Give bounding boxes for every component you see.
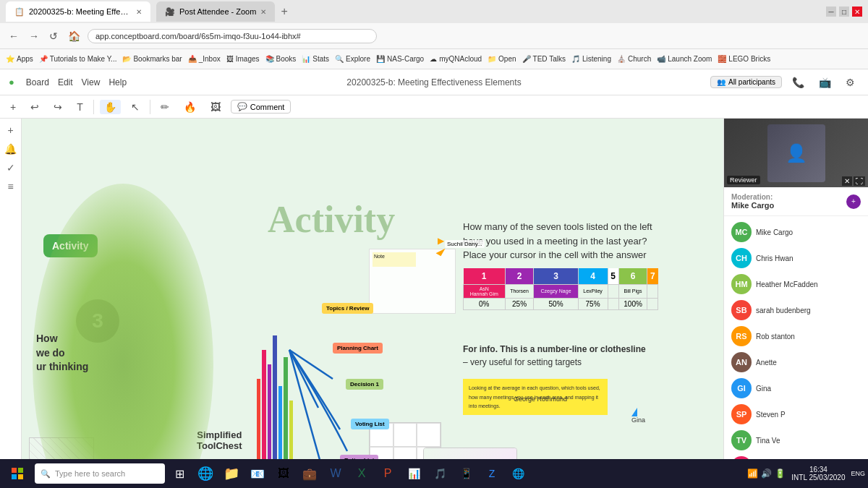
bookmark-tutorials[interactable]: 📌 Tutorials to Make Y... bbox=[39, 55, 117, 63]
right-panel: 👤 ✕ ⛶ Reviewer Moderation: Mike Cargo + … bbox=[723, 119, 868, 488]
participants-button[interactable]: 👥 All participants bbox=[710, 76, 782, 88]
new-tab-button[interactable]: + bbox=[281, 5, 287, 18]
bookmark-zoom[interactable]: 📹 Launch Zoom bbox=[657, 55, 712, 63]
svg-rect-2 bbox=[12, 474, 17, 479]
menu-help[interactable]: Help bbox=[109, 77, 127, 87]
taskbar-app1-icon[interactable]: 📊 bbox=[402, 462, 425, 485]
comment-icon: 💬 bbox=[237, 102, 247, 111]
menu-view[interactable]: View bbox=[82, 77, 101, 87]
taskbar-excel-icon[interactable]: X bbox=[350, 462, 373, 485]
separator-2 bbox=[150, 100, 150, 114]
screen-icon-btn[interactable]: 📺 bbox=[814, 75, 835, 90]
tab-close-inactive[interactable]: ✕ bbox=[260, 8, 266, 16]
moderation-label: Moderation: bbox=[731, 193, 774, 201]
node-2: Planning Chart bbox=[333, 343, 383, 354]
percent-row: 0% 25% 50% 75% 100% bbox=[464, 298, 658, 309]
address-bar[interactable] bbox=[88, 29, 377, 43]
cell-1[interactable]: 1 bbox=[464, 268, 506, 285]
canvas-area[interactable]: Activity Activity 3 How we do How we do … bbox=[22, 119, 723, 488]
forward-button[interactable]: → bbox=[26, 29, 42, 43]
bookmark-open[interactable]: 📁 Open bbox=[488, 55, 516, 63]
phone-icon-btn[interactable]: 📞 bbox=[788, 75, 809, 90]
bookmark-nas[interactable]: 💾 NAS-Cargo bbox=[376, 55, 424, 63]
bookmark-bookmarks[interactable]: 📂 Bookmarks bar bbox=[122, 55, 182, 63]
bookmark-books[interactable]: 📚 Books bbox=[265, 55, 297, 63]
task-view-icon[interactable]: ⊞ bbox=[168, 462, 191, 485]
cell-4[interactable]: 4 bbox=[578, 268, 608, 285]
marker-tool[interactable]: 🔥 bbox=[179, 100, 200, 114]
panel-menu-icon[interactable]: ≡ bbox=[7, 181, 13, 192]
how-text: How we do How we do ur thinking ur think… bbox=[36, 332, 88, 374]
bookmark-qna[interactable]: ☁ myQNAcloud bbox=[430, 55, 482, 63]
tab-active[interactable]: 📋 20200325-b: Meeting Effectivew... ✕ bbox=[6, 1, 150, 22]
taskbar-search[interactable]: 🔍 Type here to search bbox=[35, 463, 165, 484]
cell-3[interactable]: 3 bbox=[534, 268, 578, 285]
panel-bell-icon[interactable]: 🔔 bbox=[4, 143, 17, 155]
taskbar-teams-icon[interactable]: 💼 bbox=[298, 462, 321, 485]
redo-button[interactable]: ↪ bbox=[49, 100, 67, 114]
app-logo: ● bbox=[9, 77, 14, 87]
tab-favicon: 📋 bbox=[14, 7, 25, 17]
reviewer-badge: Reviewer bbox=[727, 176, 760, 184]
menu-edit[interactable]: Edit bbox=[58, 77, 73, 87]
svg-rect-1 bbox=[18, 468, 23, 473]
bookmark-listening[interactable]: 🎵 Listening bbox=[571, 55, 611, 63]
hand-tool[interactable]: ✋ bbox=[100, 100, 121, 114]
panel-check-icon[interactable]: ✓ bbox=[7, 162, 15, 174]
select-tool[interactable]: ↖ bbox=[127, 100, 144, 114]
bookmark-images[interactable]: 🖼 Images bbox=[226, 55, 260, 63]
taskbar-app2-icon[interactable]: 🎵 bbox=[428, 462, 451, 485]
taskbar-chrome-icon[interactable]: 🌐 bbox=[506, 462, 529, 485]
cell-2[interactable]: 2 bbox=[505, 268, 534, 285]
svg-rect-3 bbox=[18, 474, 23, 479]
tab-inactive[interactable]: 🎥 Post Attendee - Zoom ✕ bbox=[156, 1, 275, 22]
pct-25: 25% bbox=[505, 298, 534, 309]
video-close-btn[interactable]: ✕ bbox=[842, 176, 852, 186]
tab-label-active: 20200325-b: Meeting Effectivew... bbox=[29, 7, 132, 16]
cell-7[interactable]: 7 bbox=[647, 268, 658, 285]
taskbar-zoom-icon[interactable]: Z bbox=[480, 462, 503, 485]
taskbar-mail-icon[interactable]: 📧 bbox=[246, 462, 269, 485]
image-tool[interactable]: 🖼 bbox=[206, 100, 225, 114]
moderation-action-btn[interactable]: + bbox=[846, 194, 861, 209]
comment-button[interactable]: 💬 Comment bbox=[231, 100, 292, 114]
close-button[interactable]: ✕ bbox=[852, 7, 862, 17]
back-button[interactable]: ← bbox=[6, 29, 22, 43]
taskbar-app3-icon[interactable]: 📱 bbox=[454, 462, 477, 485]
name-cell-1a: AsNHannah Gim bbox=[464, 284, 506, 298]
participant-list: MC Mike Cargo CH Chris Hwan HM Heather M… bbox=[724, 216, 868, 488]
tab-close-active[interactable]: ✕ bbox=[136, 8, 142, 16]
bookmark-ted[interactable]: 🎤 TED Talks bbox=[522, 55, 566, 63]
video-expand-btn[interactable]: ⛶ bbox=[854, 176, 865, 186]
cell-6[interactable]: 6 bbox=[618, 268, 647, 285]
cell-5[interactable]: 5 bbox=[608, 268, 618, 285]
format-button[interactable]: T bbox=[72, 100, 88, 114]
undo-button[interactable]: ↩ bbox=[26, 100, 43, 114]
bookmark-lego[interactable]: 🧱 LEGO Bricks bbox=[718, 55, 770, 63]
taskbar-edge-icon[interactable]: 🌐 bbox=[194, 462, 217, 485]
pen-tool[interactable]: ✏ bbox=[156, 100, 174, 114]
pct-0: 0% bbox=[464, 298, 506, 309]
name-cell-3a: Czegzy Nage bbox=[534, 284, 578, 298]
taskbar-photos-icon[interactable]: 🖼 bbox=[272, 462, 295, 485]
minimize-button[interactable]: ─ bbox=[826, 7, 836, 17]
add-button[interactable]: + bbox=[6, 100, 20, 114]
video-overlay: 👤 ✕ ⛶ Reviewer bbox=[724, 119, 868, 187]
refresh-button[interactable]: ↺ bbox=[46, 29, 61, 43]
panel-add-icon[interactable]: + bbox=[7, 124, 13, 136]
bookmark-stats[interactable]: 📊 Stats bbox=[302, 55, 329, 63]
bookmark-inbox[interactable]: 📥 _Inbox bbox=[188, 55, 221, 63]
settings-icon-btn[interactable]: ⚙ bbox=[841, 75, 859, 90]
start-button[interactable] bbox=[3, 459, 32, 488]
bookmark-church[interactable]: ⛪ Church bbox=[617, 55, 651, 63]
menu-board[interactable]: Board bbox=[26, 77, 49, 87]
participant-item: SB sarah budenberg bbox=[727, 297, 865, 323]
bookmark-apps[interactable]: ⭐ Apps bbox=[6, 55, 33, 63]
maximize-button[interactable]: □ bbox=[839, 7, 849, 17]
home-button[interactable]: 🏠 bbox=[65, 29, 83, 43]
taskbar-explorer-icon[interactable]: 📁 bbox=[220, 462, 243, 485]
system-tray: 📶 🔊 🔋 bbox=[747, 468, 786, 479]
taskbar-powerpoint-icon[interactable]: P bbox=[376, 462, 399, 485]
bookmark-explore[interactable]: 🔍 Explore bbox=[335, 55, 370, 63]
taskbar-word-icon[interactable]: W bbox=[324, 462, 347, 485]
